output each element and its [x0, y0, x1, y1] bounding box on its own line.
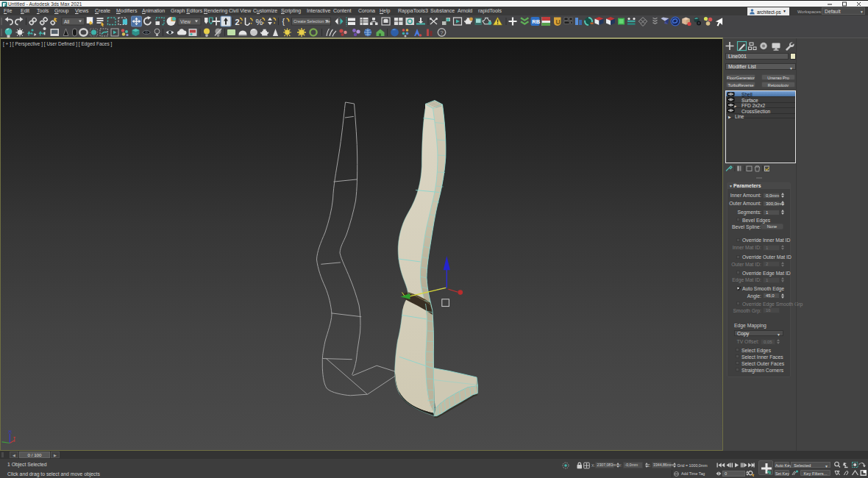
svg-text:All: All: [64, 19, 70, 24]
svg-text:Create Selection Se: Create Selection Se: [294, 19, 330, 24]
svg-text:{: {: [282, 17, 285, 26]
svg-text:U: U: [555, 18, 560, 26]
svg-text:%: %: [256, 18, 263, 26]
svg-text:RB: RB: [532, 18, 540, 25]
svg-text:2: 2: [235, 18, 240, 26]
svg-text:?: ?: [440, 29, 444, 36]
svg-text:View: View: [180, 19, 191, 24]
